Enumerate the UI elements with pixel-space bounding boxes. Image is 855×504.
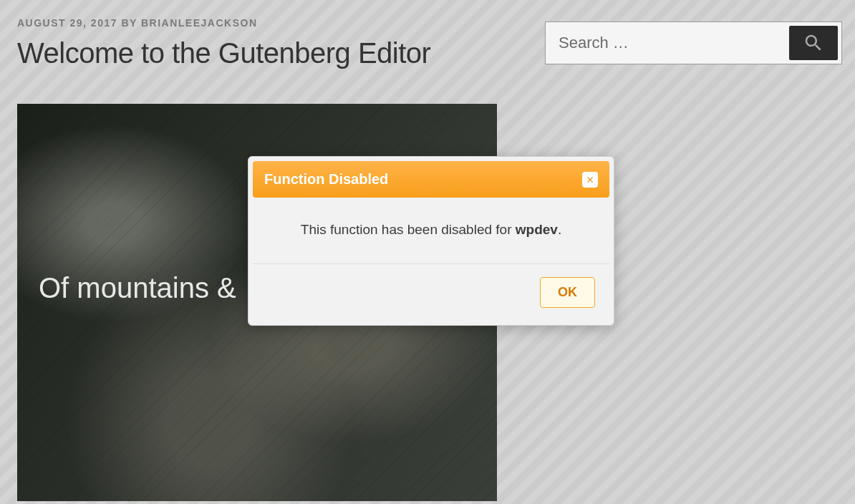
modal-close-button[interactable]	[582, 172, 598, 188]
ok-button[interactable]: OK	[540, 277, 595, 308]
search-button[interactable]	[789, 26, 838, 60]
search-icon	[803, 32, 824, 54]
post-date: AUGUST 29, 2017	[17, 17, 117, 29]
post-by-label: BY	[121, 17, 137, 29]
modal-message-suffix: .	[558, 222, 561, 237]
modal-footer: OK	[253, 264, 609, 321]
modal-body: This function has been disabled for wpde…	[253, 198, 609, 264]
modal-dialog: Function Disabled This function has been…	[248, 156, 614, 326]
modal-message-prefix: This function has been disabled for	[301, 222, 516, 237]
search-box	[545, 21, 842, 64]
author-link[interactable]: BRIANLEEJACKSON	[141, 17, 258, 29]
sidebar	[545, 21, 842, 64]
search-input[interactable]	[546, 22, 786, 64]
modal-header: Function Disabled	[253, 161, 609, 198]
modal-title: Function Disabled	[264, 171, 388, 188]
modal-message-bold: wpdev	[516, 222, 558, 237]
close-icon	[585, 175, 595, 185]
image-overlay-text: Of mountains &	[39, 272, 236, 304]
